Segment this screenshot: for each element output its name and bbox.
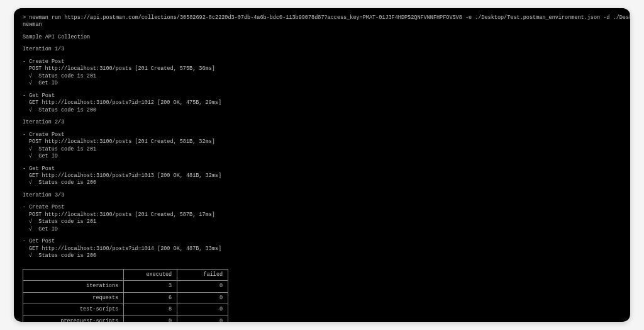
assertion-line: √ Status code is 201 — [23, 73, 621, 80]
request-line: POST http://localhost:3100/posts [201 Cr… — [23, 139, 621, 145]
command-line: > newman run https://api.postman.com/col… — [23, 14, 621, 21]
request-label: - Get Post — [23, 238, 621, 245]
collection-name: Sample API Collection — [23, 34, 621, 41]
table-cell: 3 — [124, 281, 177, 292]
table-row: prerequest-scripts00 — [23, 316, 228, 322]
request-label: - Create Post — [23, 59, 621, 65]
table-row: requests60 — [23, 292, 228, 304]
table-cell: test-scripts — [23, 304, 124, 316]
table-cell: 0 — [177, 292, 228, 304]
request-line: POST http://localhost:3100/posts [201 Cr… — [23, 65, 621, 72]
assertion-line: √ Status code is 201 — [23, 146, 621, 153]
request-label: - Get Post — [23, 166, 621, 173]
iteration-title: Iteration 3/3 — [23, 192, 621, 199]
summary-header-empty — [23, 269, 124, 280]
summary-header-failed: failed — [177, 269, 228, 280]
summary-header-executed: executed — [124, 269, 177, 280]
request-line: GET http://localhost:3100/posts?id=1013 … — [23, 173, 621, 179]
assertion-line: √ Status code is 200 — [23, 179, 621, 186]
summary-table: executed failed iterations30requests60te… — [23, 269, 228, 322]
runner-name: newman — [23, 21, 621, 28]
table-cell: 8 — [124, 304, 177, 316]
assertion-line: √ Get ID — [23, 153, 621, 160]
assertion-line: √ Status code is 201 — [23, 219, 621, 225]
table-cell: 0 — [177, 316, 228, 322]
iteration-title: Iteration 2/3 — [23, 119, 621, 126]
table-cell: prerequest-scripts — [23, 316, 124, 322]
assertion-line: √ Get ID — [23, 80, 621, 87]
table-row: test-scripts80 — [23, 304, 228, 316]
table-cell: 6 — [124, 292, 177, 304]
table-cell: 0 — [177, 281, 228, 292]
assertion-line: √ Status code is 200 — [23, 253, 621, 259]
iterations-output: Iteration 1/3- Create PostPOST http://lo… — [23, 46, 621, 265]
terminal-window: > newman run https://api.postman.com/col… — [14, 8, 630, 322]
request-line: GET http://localhost:3100/posts?id=1014 … — [23, 246, 621, 253]
iteration-title: Iteration 1/3 — [23, 46, 621, 53]
request-line: POST http://localhost:3100/posts [201 Cr… — [23, 212, 621, 219]
assertion-line: √ Status code is 200 — [23, 107, 621, 114]
assertion-line: √ Get ID — [23, 226, 621, 233]
table-cell: 0 — [124, 316, 177, 322]
table-cell: 0 — [177, 304, 228, 316]
request-line: GET http://localhost:3100/posts?id=1012 … — [23, 100, 621, 106]
request-label: - Create Post — [23, 204, 621, 211]
table-row: iterations30 — [23, 281, 228, 292]
request-label: - Create Post — [23, 132, 621, 139]
table-cell: iterations — [23, 281, 124, 292]
table-cell: requests — [23, 292, 124, 304]
request-label: - Get Post — [23, 93, 621, 100]
